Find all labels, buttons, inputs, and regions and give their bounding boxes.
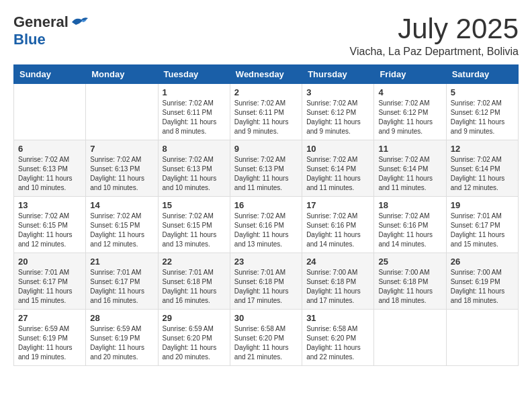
logo-general-text: General [13, 13, 69, 31]
day-info: Sunrise: 7:02 AMSunset: 6:15 PMDaylight:… [18, 212, 81, 249]
calendar-cell: 19Sunrise: 7:01 AMSunset: 6:17 PMDayligh… [446, 197, 518, 253]
page-header: General Blue July 2025 Viacha, La Paz De… [13, 13, 519, 58]
day-number: 22 [163, 257, 226, 267]
calendar-weekday-friday: Friday [374, 65, 446, 84]
calendar-cell: 1Sunrise: 7:02 AMSunset: 6:11 PMDaylight… [158, 84, 230, 140]
day-number: 30 [234, 313, 298, 323]
day-info: Sunrise: 7:02 AMSunset: 6:11 PMDaylight:… [163, 99, 226, 136]
day-info: Sunrise: 6:59 AMSunset: 6:20 PMDaylight:… [163, 324, 226, 362]
logo-bird-icon [71, 15, 89, 29]
day-info: Sunrise: 7:02 AMSunset: 6:15 PMDaylight:… [90, 212, 153, 249]
calendar-cell: 28Sunrise: 6:59 AMSunset: 6:19 PMDayligh… [86, 310, 158, 366]
day-info: Sunrise: 7:02 AMSunset: 6:13 PMDaylight:… [234, 155, 298, 193]
day-number: 21 [90, 257, 153, 267]
day-info: Sunrise: 7:02 AMSunset: 6:16 PMDaylight:… [378, 212, 441, 249]
day-number: 13 [18, 200, 81, 210]
day-info: Sunrise: 7:01 AMSunset: 6:17 PMDaylight:… [451, 212, 514, 249]
calendar-cell: 22Sunrise: 7:01 AMSunset: 6:18 PMDayligh… [158, 253, 230, 310]
day-info: Sunrise: 7:00 AMSunset: 6:18 PMDaylight:… [306, 268, 369, 306]
day-info: Sunrise: 7:01 AMSunset: 6:18 PMDaylight:… [234, 268, 298, 306]
day-number: 10 [306, 144, 369, 154]
day-number: 23 [234, 257, 298, 267]
day-info: Sunrise: 7:01 AMSunset: 6:17 PMDaylight:… [90, 268, 153, 306]
calendar-week-2: 6Sunrise: 7:02 AMSunset: 6:13 PMDaylight… [14, 140, 519, 197]
calendar-cell: 7Sunrise: 7:02 AMSunset: 6:13 PMDaylight… [86, 140, 158, 197]
calendar-cell: 11Sunrise: 7:02 AMSunset: 6:14 PMDayligh… [374, 140, 446, 197]
calendar-weekday-tuesday: Tuesday [158, 65, 230, 84]
day-number: 2 [234, 87, 298, 97]
day-info: Sunrise: 7:01 AMSunset: 6:18 PMDaylight:… [163, 268, 226, 306]
day-number: 26 [451, 257, 514, 267]
day-number: 9 [234, 144, 298, 154]
day-info: Sunrise: 7:02 AMSunset: 6:12 PMDaylight:… [306, 99, 369, 136]
calendar-cell: 16Sunrise: 7:02 AMSunset: 6:16 PMDayligh… [230, 197, 302, 253]
day-number: 29 [163, 313, 226, 323]
day-info: Sunrise: 7:02 AMSunset: 6:13 PMDaylight:… [163, 155, 226, 193]
day-info: Sunrise: 6:58 AMSunset: 6:20 PMDaylight:… [234, 324, 298, 362]
calendar-cell: 5Sunrise: 7:02 AMSunset: 6:12 PMDaylight… [446, 84, 518, 140]
calendar-cell: 2Sunrise: 7:02 AMSunset: 6:11 PMDaylight… [230, 84, 302, 140]
calendar-weekday-monday: Monday [86, 65, 158, 84]
calendar-cell: 17Sunrise: 7:02 AMSunset: 6:16 PMDayligh… [302, 197, 374, 253]
calendar-cell [14, 84, 86, 140]
day-number: 25 [378, 257, 441, 267]
day-info: Sunrise: 6:58 AMSunset: 6:20 PMDaylight:… [306, 324, 369, 362]
calendar-cell: 23Sunrise: 7:01 AMSunset: 6:18 PMDayligh… [230, 253, 302, 310]
day-number: 15 [163, 200, 226, 210]
calendar-cell: 30Sunrise: 6:58 AMSunset: 6:20 PMDayligh… [230, 310, 302, 366]
calendar-week-5: 27Sunrise: 6:59 AMSunset: 6:19 PMDayligh… [14, 310, 519, 366]
day-number: 24 [306, 257, 369, 267]
day-number: 3 [306, 87, 369, 97]
title-section: July 2025 Viacha, La Paz Department, Bol… [350, 13, 519, 58]
day-info: Sunrise: 7:02 AMSunset: 6:15 PMDaylight:… [163, 212, 226, 249]
calendar-cell: 24Sunrise: 7:00 AMSunset: 6:18 PMDayligh… [302, 253, 374, 310]
calendar-cell: 31Sunrise: 6:58 AMSunset: 6:20 PMDayligh… [302, 310, 374, 366]
location-title: Viacha, La Paz Department, Bolivia [350, 46, 519, 58]
day-number: 20 [18, 257, 81, 267]
day-number: 11 [378, 144, 441, 154]
logo-blue-text: Blue [13, 31, 46, 48]
day-number: 28 [90, 313, 153, 323]
day-number: 1 [163, 87, 226, 97]
calendar-weekday-saturday: Saturday [446, 65, 518, 84]
calendar-weekday-thursday: Thursday [302, 65, 374, 84]
calendar-header-row: SundayMondayTuesdayWednesdayThursdayFrid… [14, 65, 519, 84]
day-info: Sunrise: 7:02 AMSunset: 6:12 PMDaylight:… [451, 99, 514, 136]
day-number: 18 [378, 200, 441, 210]
calendar-cell: 29Sunrise: 6:59 AMSunset: 6:20 PMDayligh… [158, 310, 230, 366]
day-info: Sunrise: 6:59 AMSunset: 6:19 PMDaylight:… [18, 324, 81, 362]
calendar-cell: 6Sunrise: 7:02 AMSunset: 6:13 PMDaylight… [14, 140, 86, 197]
calendar-cell [446, 310, 518, 366]
day-number: 7 [90, 144, 153, 154]
calendar-cell: 3Sunrise: 7:02 AMSunset: 6:12 PMDaylight… [302, 84, 374, 140]
day-number: 16 [234, 200, 298, 210]
day-number: 17 [306, 200, 369, 210]
calendar-week-1: 1Sunrise: 7:02 AMSunset: 6:11 PMDaylight… [14, 84, 519, 140]
day-number: 8 [163, 144, 226, 154]
calendar-week-3: 13Sunrise: 7:02 AMSunset: 6:15 PMDayligh… [14, 197, 519, 253]
calendar-cell: 15Sunrise: 7:02 AMSunset: 6:15 PMDayligh… [158, 197, 230, 253]
day-info: Sunrise: 7:02 AMSunset: 6:14 PMDaylight:… [451, 155, 514, 193]
calendar-cell: 8Sunrise: 7:02 AMSunset: 6:13 PMDaylight… [158, 140, 230, 197]
calendar-cell: 25Sunrise: 7:00 AMSunset: 6:18 PMDayligh… [374, 253, 446, 310]
day-info: Sunrise: 6:59 AMSunset: 6:19 PMDaylight:… [90, 324, 153, 362]
calendar-weekday-wednesday: Wednesday [230, 65, 302, 84]
calendar-cell: 9Sunrise: 7:02 AMSunset: 6:13 PMDaylight… [230, 140, 302, 197]
day-info: Sunrise: 7:02 AMSunset: 6:12 PMDaylight:… [378, 99, 441, 136]
day-info: Sunrise: 7:02 AMSunset: 6:16 PMDaylight:… [306, 212, 369, 249]
day-number: 27 [18, 313, 81, 323]
day-info: Sunrise: 7:02 AMSunset: 6:14 PMDaylight:… [306, 155, 369, 193]
calendar-weekday-sunday: Sunday [14, 65, 86, 84]
calendar-cell: 13Sunrise: 7:02 AMSunset: 6:15 PMDayligh… [14, 197, 86, 253]
calendar-table: SundayMondayTuesdayWednesdayThursdayFrid… [13, 64, 519, 366]
day-info: Sunrise: 7:02 AMSunset: 6:13 PMDaylight:… [18, 155, 81, 193]
calendar-week-4: 20Sunrise: 7:01 AMSunset: 6:17 PMDayligh… [14, 253, 519, 310]
day-info: Sunrise: 7:02 AMSunset: 6:14 PMDaylight:… [378, 155, 441, 193]
day-number: 19 [451, 200, 514, 210]
day-number: 12 [451, 144, 514, 154]
calendar-cell: 26Sunrise: 7:00 AMSunset: 6:19 PMDayligh… [446, 253, 518, 310]
day-info: Sunrise: 7:00 AMSunset: 6:18 PMDaylight:… [378, 268, 441, 306]
day-number: 14 [90, 200, 153, 210]
calendar-cell: 4Sunrise: 7:02 AMSunset: 6:12 PMDaylight… [374, 84, 446, 140]
day-info: Sunrise: 7:01 AMSunset: 6:17 PMDaylight:… [18, 268, 81, 306]
